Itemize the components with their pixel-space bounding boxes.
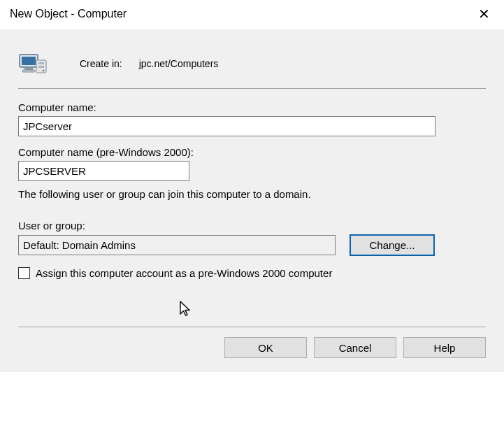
user-group-display: [18, 235, 336, 255]
computer-name-input[interactable]: [18, 116, 435, 136]
change-button[interactable]: Change...: [350, 234, 435, 256]
cursor-area: [18, 297, 486, 325]
dialog-window: New Object - Computer ✕ Create in: jpc.n…: [0, 0, 504, 372]
create-in-path: jpc.net/Computers: [139, 58, 219, 69]
form-area: Computer name: Computer name (pre-Window…: [18, 89, 486, 327]
ok-button[interactable]: OK: [224, 337, 307, 358]
svg-rect-5: [38, 62, 44, 64]
assign-pre2000-checkbox[interactable]: [18, 267, 30, 279]
titlebar: New Object - Computer ✕: [0, 0, 504, 29]
create-in-label: Create in:: [80, 58, 122, 69]
create-in-row: Create in: jpc.net/Computers: [18, 42, 486, 88]
window-title: New Object - Computer: [10, 8, 127, 20]
help-button[interactable]: Help: [403, 337, 486, 358]
cursor-icon: [179, 300, 193, 320]
svg-point-7: [43, 70, 45, 72]
computer-name-label: Computer name:: [18, 101, 486, 113]
pre2000-name-input[interactable]: [18, 161, 189, 181]
dialog-button-row: OK Cancel Help: [18, 327, 486, 364]
join-domain-info: The following user or group can join thi…: [18, 188, 486, 200]
pre2000-name-label: Computer name (pre-Windows 2000):: [18, 146, 486, 158]
assign-pre2000-label: Assign this computer account as a pre-Wi…: [36, 267, 332, 279]
svg-rect-3: [22, 70, 35, 72]
svg-rect-6: [38, 66, 44, 68]
close-icon[interactable]: ✕: [474, 7, 494, 21]
cancel-button[interactable]: Cancel: [314, 337, 396, 358]
user-group-label: User or group:: [18, 220, 486, 231]
assign-pre2000-row[interactable]: Assign this computer account as a pre-Wi…: [18, 267, 486, 279]
user-group-row: Change...: [18, 234, 486, 256]
computer-icon: [18, 50, 49, 77]
dialog-content: Create in: jpc.net/Computers Computer na…: [0, 29, 504, 372]
svg-rect-1: [22, 57, 36, 65]
